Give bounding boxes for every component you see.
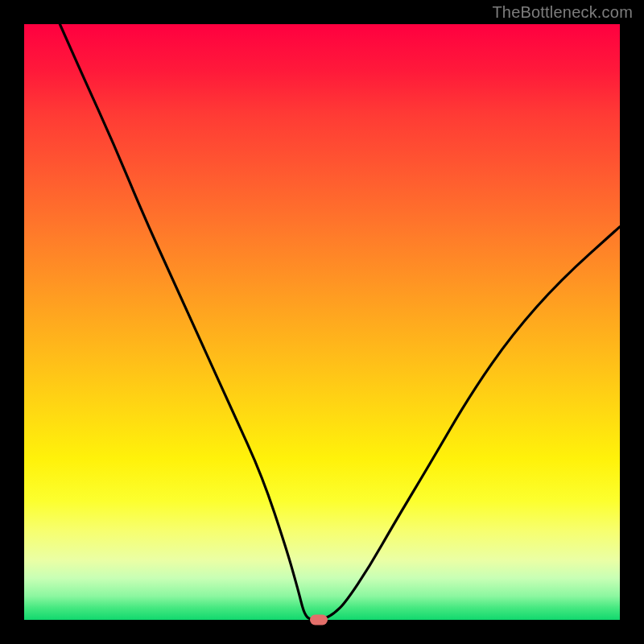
- bottleneck-curve: [60, 24, 620, 620]
- watermark-text: TheBottleneck.com: [492, 3, 633, 22]
- curve-svg: [24, 24, 620, 620]
- min-marker: [310, 615, 328, 625]
- plot-area: [24, 24, 620, 620]
- chart-frame: TheBottleneck.com: [0, 0, 644, 644]
